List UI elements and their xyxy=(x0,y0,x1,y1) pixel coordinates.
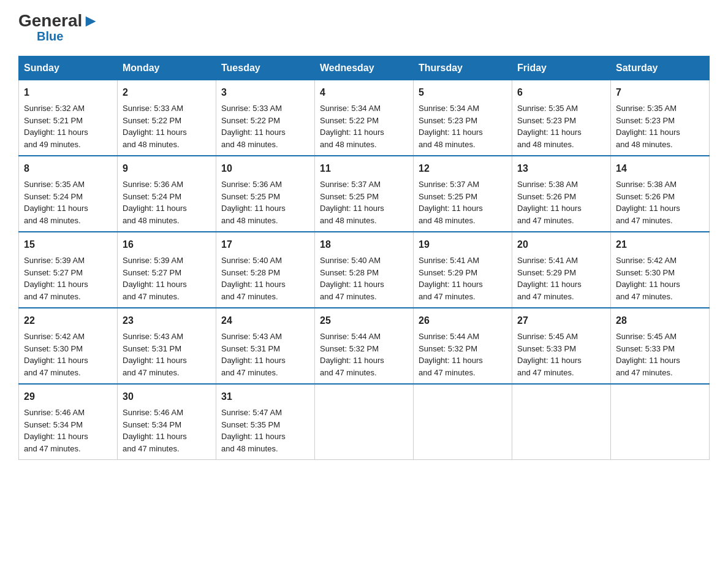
calendar-cell xyxy=(611,384,710,460)
day-number: 27 xyxy=(517,313,605,328)
day-info: Sunrise: 5:43 AM Sunset: 5:31 PM Dayligh… xyxy=(221,331,309,378)
day-number: 22 xyxy=(24,313,112,328)
day-info: Sunrise: 5:34 AM Sunset: 5:23 PM Dayligh… xyxy=(419,102,507,150)
day-number: 7 xyxy=(616,85,704,100)
calendar-week-row: 15 Sunrise: 5:39 AM Sunset: 5:27 PM Dayl… xyxy=(19,232,710,308)
day-info: Sunrise: 5:37 AM Sunset: 5:25 PM Dayligh… xyxy=(320,178,408,226)
day-info: Sunrise: 5:38 AM Sunset: 5:26 PM Dayligh… xyxy=(616,178,704,226)
day-info: Sunrise: 5:44 AM Sunset: 5:32 PM Dayligh… xyxy=(419,331,507,378)
calendar-week-row: 1 Sunrise: 5:32 AM Sunset: 5:21 PM Dayli… xyxy=(19,80,710,156)
day-header-wednesday: Wednesday xyxy=(315,56,414,80)
calendar-cell: 6 Sunrise: 5:35 AM Sunset: 5:23 PM Dayli… xyxy=(512,80,611,156)
calendar-cell: 4 Sunrise: 5:34 AM Sunset: 5:22 PM Dayli… xyxy=(315,80,414,156)
day-info: Sunrise: 5:45 AM Sunset: 5:33 PM Dayligh… xyxy=(616,331,704,378)
day-info: Sunrise: 5:33 AM Sunset: 5:22 PM Dayligh… xyxy=(123,102,211,150)
calendar-body: 1 Sunrise: 5:32 AM Sunset: 5:21 PM Dayli… xyxy=(19,80,710,460)
calendar-cell xyxy=(414,384,512,460)
day-header-tuesday: Tuesday xyxy=(216,56,315,80)
day-number: 24 xyxy=(221,313,309,328)
calendar-cell: 24 Sunrise: 5:43 AM Sunset: 5:31 PM Dayl… xyxy=(216,308,315,384)
day-info: Sunrise: 5:40 AM Sunset: 5:28 PM Dayligh… xyxy=(320,255,408,302)
day-number: 14 xyxy=(616,161,704,176)
calendar-cell: 9 Sunrise: 5:36 AM Sunset: 5:24 PM Dayli… xyxy=(118,156,216,232)
day-number: 5 xyxy=(419,85,507,100)
day-info: Sunrise: 5:46 AM Sunset: 5:34 PM Dayligh… xyxy=(123,407,211,454)
calendar-cell xyxy=(512,384,611,460)
day-info: Sunrise: 5:37 AM Sunset: 5:25 PM Dayligh… xyxy=(419,178,507,226)
calendar-cell: 13 Sunrise: 5:38 AM Sunset: 5:26 PM Dayl… xyxy=(512,156,611,232)
calendar-cell: 12 Sunrise: 5:37 AM Sunset: 5:25 PM Dayl… xyxy=(414,156,512,232)
day-number: 21 xyxy=(616,237,704,252)
day-info: Sunrise: 5:34 AM Sunset: 5:22 PM Dayligh… xyxy=(320,102,408,150)
calendar-cell: 10 Sunrise: 5:36 AM Sunset: 5:25 PM Dayl… xyxy=(216,156,315,232)
day-info: Sunrise: 5:32 AM Sunset: 5:21 PM Dayligh… xyxy=(24,102,112,150)
calendar-cell: 28 Sunrise: 5:45 AM Sunset: 5:33 PM Dayl… xyxy=(611,308,710,384)
calendar-cell: 29 Sunrise: 5:46 AM Sunset: 5:34 PM Dayl… xyxy=(19,384,118,460)
calendar-cell: 31 Sunrise: 5:47 AM Sunset: 5:35 PM Dayl… xyxy=(216,384,315,460)
calendar-cell: 30 Sunrise: 5:46 AM Sunset: 5:34 PM Dayl… xyxy=(118,384,216,460)
calendar-cell: 23 Sunrise: 5:43 AM Sunset: 5:31 PM Dayl… xyxy=(118,308,216,384)
day-info: Sunrise: 5:35 AM Sunset: 5:23 PM Dayligh… xyxy=(616,102,704,150)
day-number: 28 xyxy=(616,313,704,328)
day-info: Sunrise: 5:35 AM Sunset: 5:23 PM Dayligh… xyxy=(517,102,605,150)
day-info: Sunrise: 5:40 AM Sunset: 5:28 PM Dayligh… xyxy=(221,255,309,302)
day-number: 6 xyxy=(517,85,605,100)
calendar-cell: 5 Sunrise: 5:34 AM Sunset: 5:23 PM Dayli… xyxy=(414,80,512,156)
day-number: 31 xyxy=(221,389,309,404)
day-info: Sunrise: 5:46 AM Sunset: 5:34 PM Dayligh… xyxy=(24,407,112,454)
calendar-cell: 18 Sunrise: 5:40 AM Sunset: 5:28 PM Dayl… xyxy=(315,232,414,308)
day-info: Sunrise: 5:45 AM Sunset: 5:33 PM Dayligh… xyxy=(517,331,605,378)
day-header-friday: Friday xyxy=(512,56,611,80)
day-number: 1 xyxy=(24,85,112,100)
day-info: Sunrise: 5:43 AM Sunset: 5:31 PM Dayligh… xyxy=(123,331,211,378)
day-info: Sunrise: 5:33 AM Sunset: 5:22 PM Dayligh… xyxy=(221,102,309,150)
calendar-cell: 3 Sunrise: 5:33 AM Sunset: 5:22 PM Dayli… xyxy=(216,80,315,156)
calendar-cell: 22 Sunrise: 5:42 AM Sunset: 5:30 PM Dayl… xyxy=(19,308,118,384)
day-number: 11 xyxy=(320,161,408,176)
day-number: 25 xyxy=(320,313,408,328)
calendar-cell: 2 Sunrise: 5:33 AM Sunset: 5:22 PM Dayli… xyxy=(118,80,216,156)
day-number: 17 xyxy=(221,237,309,252)
page-header: General► Blue xyxy=(18,12,710,44)
calendar-cell: 25 Sunrise: 5:44 AM Sunset: 5:32 PM Dayl… xyxy=(315,308,414,384)
day-number: 20 xyxy=(517,237,605,252)
day-info: Sunrise: 5:38 AM Sunset: 5:26 PM Dayligh… xyxy=(517,178,605,226)
day-number: 12 xyxy=(419,161,507,176)
calendar-cell: 17 Sunrise: 5:40 AM Sunset: 5:28 PM Dayl… xyxy=(216,232,315,308)
logo-general-text: General► xyxy=(18,12,99,29)
logo: General► Blue xyxy=(18,12,99,44)
day-number: 9 xyxy=(123,161,211,176)
calendar-cell: 11 Sunrise: 5:37 AM Sunset: 5:25 PM Dayl… xyxy=(315,156,414,232)
calendar-header-row: SundayMondayTuesdayWednesdayThursdayFrid… xyxy=(19,56,710,80)
day-number: 10 xyxy=(221,161,309,176)
day-number: 15 xyxy=(24,237,112,252)
calendar-cell: 27 Sunrise: 5:45 AM Sunset: 5:33 PM Dayl… xyxy=(512,308,611,384)
day-number: 2 xyxy=(123,85,211,100)
calendar-cell: 26 Sunrise: 5:44 AM Sunset: 5:32 PM Dayl… xyxy=(414,308,512,384)
calendar-cell: 14 Sunrise: 5:38 AM Sunset: 5:26 PM Dayl… xyxy=(611,156,710,232)
calendar-week-row: 8 Sunrise: 5:35 AM Sunset: 5:24 PM Dayli… xyxy=(19,156,710,232)
day-number: 13 xyxy=(517,161,605,176)
calendar-cell: 15 Sunrise: 5:39 AM Sunset: 5:27 PM Dayl… xyxy=(19,232,118,308)
day-number: 30 xyxy=(123,389,211,404)
calendar-cell: 21 Sunrise: 5:42 AM Sunset: 5:30 PM Dayl… xyxy=(611,232,710,308)
day-number: 3 xyxy=(221,85,309,100)
day-info: Sunrise: 5:35 AM Sunset: 5:24 PM Dayligh… xyxy=(24,178,112,226)
calendar-cell: 16 Sunrise: 5:39 AM Sunset: 5:27 PM Dayl… xyxy=(118,232,216,308)
day-header-monday: Monday xyxy=(118,56,216,80)
day-number: 8 xyxy=(24,161,112,176)
calendar-cell: 20 Sunrise: 5:41 AM Sunset: 5:29 PM Dayl… xyxy=(512,232,611,308)
calendar-week-row: 22 Sunrise: 5:42 AM Sunset: 5:30 PM Dayl… xyxy=(19,308,710,384)
calendar-cell: 7 Sunrise: 5:35 AM Sunset: 5:23 PM Dayli… xyxy=(611,80,710,156)
day-info: Sunrise: 5:44 AM Sunset: 5:32 PM Dayligh… xyxy=(320,331,408,378)
day-header-sunday: Sunday xyxy=(19,56,118,80)
day-number: 29 xyxy=(24,389,112,404)
calendar-week-row: 29 Sunrise: 5:46 AM Sunset: 5:34 PM Dayl… xyxy=(19,384,710,460)
logo-blue-text: Blue xyxy=(37,29,63,44)
day-number: 23 xyxy=(123,313,211,328)
calendar-cell: 8 Sunrise: 5:35 AM Sunset: 5:24 PM Dayli… xyxy=(19,156,118,232)
day-number: 18 xyxy=(320,237,408,252)
day-number: 4 xyxy=(320,85,408,100)
calendar-cell: 19 Sunrise: 5:41 AM Sunset: 5:29 PM Dayl… xyxy=(414,232,512,308)
day-header-saturday: Saturday xyxy=(611,56,710,80)
